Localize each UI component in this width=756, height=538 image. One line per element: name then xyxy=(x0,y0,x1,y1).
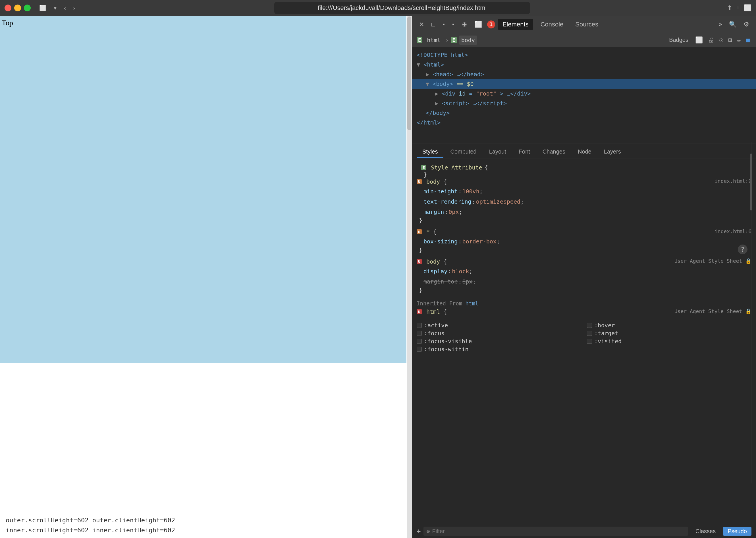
filter-input-wrapper: ⊕ xyxy=(424,527,688,536)
tab-console[interactable]: Console xyxy=(536,19,568,30)
star-rule-source[interactable]: index.html:6 xyxy=(715,228,751,234)
help-button[interactable]: ? xyxy=(738,244,747,254)
maximize-button[interactable] xyxy=(24,5,31,11)
tab-elements[interactable]: Elements xyxy=(498,19,533,30)
pseudo-button[interactable]: Pseudo xyxy=(723,527,751,536)
devtools-toolbar: ✕ □ ▪ ▪ ⊕ ⬜ 1 Elements Console Sources »… xyxy=(412,16,756,33)
question-icon: ? xyxy=(741,246,744,253)
tab-node[interactable]: Node xyxy=(572,146,597,158)
accessibility-icon[interactable]: ☉ xyxy=(718,35,725,45)
dom-html-close: </html> xyxy=(417,118,751,128)
pseudo-focus-visible-checkbox[interactable] xyxy=(417,339,422,344)
sidebar-toggle-button[interactable]: ⬜ xyxy=(37,3,49,13)
share-icon[interactable]: ⬆ xyxy=(727,4,732,12)
body-rule-source[interactable]: index.html:9 xyxy=(715,178,751,184)
url-input[interactable] xyxy=(274,2,530,14)
tab-sources[interactable]: Sources xyxy=(571,19,603,30)
style-prop-margin-top[interactable]: margin-top : 8px ; xyxy=(417,276,751,287)
back-button[interactable]: ‹ xyxy=(62,4,68,13)
pseudo-active-label: :active xyxy=(424,322,448,329)
grid-icon[interactable]: ⊞ xyxy=(727,35,733,45)
style-prop-text-rendering[interactable]: text-rendering : optimizespeed ; xyxy=(417,196,751,207)
tab-layout[interactable]: Layout xyxy=(483,146,512,158)
html-node-label: html xyxy=(427,37,440,43)
devtools-close-button[interactable]: ✕ xyxy=(417,20,426,29)
body-ua-selector[interactable]: body { xyxy=(426,258,447,265)
browser-viewport: Top outer.scrollHeight=602 outer.clientH… xyxy=(0,16,412,538)
pseudo-focus-within[interactable]: :focus-within xyxy=(417,346,581,352)
top-label: Top xyxy=(2,19,13,27)
close-button[interactable] xyxy=(5,5,11,11)
tab-changes[interactable]: Changes xyxy=(537,146,571,158)
pen-icon[interactable]: ✏ xyxy=(735,35,743,45)
dock-bottom-button[interactable]: □ xyxy=(429,20,437,29)
style-rule-html-ua-header: U html { User Agent Style Sheet 🔒 xyxy=(417,308,751,315)
dock-right-button[interactable]: ▪ xyxy=(440,20,447,29)
style-prop-box-sizing[interactable]: box-sizing : border-box ; xyxy=(417,236,751,246)
pseudo-focus-checkbox[interactable] xyxy=(417,331,422,336)
add-style-button[interactable]: + xyxy=(417,527,421,535)
inherited-from-link[interactable]: html xyxy=(466,300,479,306)
pseudo-focus-visible[interactable]: :focus-visible xyxy=(417,338,581,345)
new-tab-icon[interactable]: + xyxy=(736,4,740,12)
filter-input[interactable] xyxy=(432,528,685,535)
more-tabs-button[interactable]: » xyxy=(717,20,725,29)
element-indicator-2: E xyxy=(451,37,456,43)
pseudo-active-checkbox[interactable] xyxy=(417,323,422,328)
titlebar: ⬜ ▾ ‹ › ⬆ + ⬜ xyxy=(0,0,756,16)
pseudo-visited[interactable]: :visited xyxy=(587,338,751,345)
body-node-label: body xyxy=(461,37,475,43)
pseudo-focus-within-checkbox[interactable] xyxy=(417,347,422,352)
style-attribute-label[interactable]: Style Attribute xyxy=(431,164,482,171)
device-button[interactable]: ⬜ xyxy=(472,20,484,29)
pseudo-target[interactable]: :target xyxy=(587,330,751,337)
breadcrumb-body[interactable]: body xyxy=(459,35,477,45)
scroll-thumb[interactable] xyxy=(407,17,411,130)
devtools-scrollthumb[interactable] xyxy=(750,154,752,210)
tab-styles[interactable]: Styles xyxy=(417,146,443,158)
format-icon[interactable]: ⬜ xyxy=(693,35,705,45)
pseudo-target-checkbox[interactable] xyxy=(587,331,592,336)
print-icon[interactable]: 🖨 xyxy=(706,35,716,45)
tab-computed[interactable]: Computed xyxy=(444,146,482,158)
star-rule-close: } xyxy=(417,246,751,253)
tab-view-icon[interactable]: ⬜ xyxy=(744,4,751,12)
star-selector[interactable]: * { xyxy=(426,228,436,235)
style-u-icon: U xyxy=(417,179,422,184)
dom-body-selected[interactable]: ▼ <body> == $0 xyxy=(412,79,756,89)
pseudo-hover-checkbox[interactable] xyxy=(587,323,592,328)
pseudo-hover[interactable]: :hover xyxy=(587,322,751,329)
styles-content: E Style Attribute { } U body { index.htm… xyxy=(412,158,756,524)
toolbar-right: » 🔍 ⚙ xyxy=(717,20,751,29)
pseudo-active[interactable]: :active xyxy=(417,322,581,329)
dom-script[interactable]: ▶ <script> …</script> xyxy=(417,98,751,108)
minimize-button[interactable] xyxy=(14,5,21,11)
tab-layers[interactable]: Layers xyxy=(598,146,627,158)
expand-button[interactable]: ▾ xyxy=(51,3,59,13)
dom-doctype[interactable]: <!DOCTYPE html> xyxy=(417,50,751,60)
elements-tab-label: Elements xyxy=(502,21,529,28)
dom-div-root[interactable]: ▶ <div id = "root" > …</div> xyxy=(417,89,751,98)
html-ua-selector[interactable]: html { xyxy=(426,308,447,315)
tab-font[interactable]: Font xyxy=(513,146,536,158)
settings-button[interactable]: ⚙ xyxy=(741,20,751,29)
filter-bar: + ⊕ Classes Pseudo xyxy=(412,524,756,538)
inspect-button[interactable]: ⊕ xyxy=(460,20,469,29)
blue-block: Top xyxy=(0,16,406,363)
breadcrumb-right-icons: ⬜ 🖨 ☉ ⊞ ✏ ■ xyxy=(693,35,751,45)
pseudo-visited-checkbox[interactable] xyxy=(587,339,592,344)
classes-button[interactable]: Classes xyxy=(691,527,720,536)
badges-button[interactable]: Badges xyxy=(666,35,691,44)
forward-button[interactable]: › xyxy=(71,4,77,13)
body-selector[interactable]: body { xyxy=(426,178,447,185)
style-prop-margin[interactable]: margin : 0px ; xyxy=(417,207,751,217)
dom-head[interactable]: ▶ <head> …</head> xyxy=(417,69,751,79)
pseudo-focus[interactable]: :focus xyxy=(417,330,581,337)
color-icon[interactable]: ■ xyxy=(744,35,751,45)
style-prop-min-height[interactable]: min-height : 100vh ; xyxy=(417,186,751,196)
dom-html-open[interactable]: ▼ <html> xyxy=(417,60,751,69)
breadcrumb-html[interactable]: html xyxy=(425,35,443,45)
search-button[interactable]: 🔍 xyxy=(727,20,739,29)
dock-left-button[interactable]: ▪ xyxy=(450,20,457,29)
style-prop-display[interactable]: display : block ; xyxy=(417,266,751,276)
